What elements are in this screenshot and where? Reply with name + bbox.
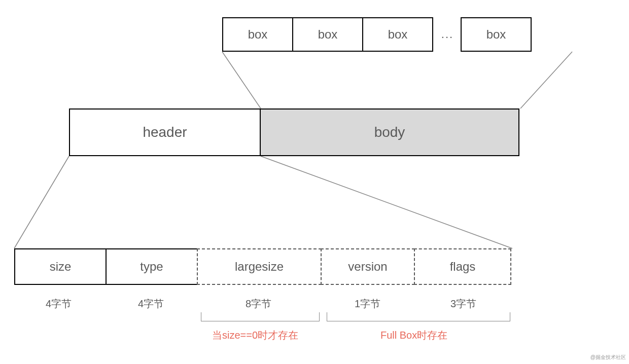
ellipsis: ... <box>433 17 462 52</box>
field-flags: flags <box>414 248 511 285</box>
note-largesize: 当size==0时才存在 <box>212 329 298 342</box>
svg-line-1 <box>520 52 572 108</box>
svg-line-3 <box>261 156 512 248</box>
box-structure-row: header body <box>69 108 519 156</box>
bytes-label-flags: 3字节 <box>450 297 476 311</box>
box-cell: box <box>222 17 293 52</box>
bytes-label-version: 1字节 <box>355 297 380 311</box>
watermark: @掘金技术社区 <box>590 354 626 361</box>
svg-line-2 <box>14 156 69 248</box>
note-fullbox: Full Box时存在 <box>380 329 447 342</box>
header-expansion-row: size type largesize version flags <box>14 248 511 285</box>
field-type: type <box>106 248 198 285</box>
box-cell: box <box>461 17 532 52</box>
box-cell: box <box>292 17 363 52</box>
body-cell: body <box>260 108 519 156</box>
svg-line-0 <box>222 52 261 108</box>
body-expansion-row: box box box ... box <box>222 17 532 52</box>
box-cell: box <box>362 17 433 52</box>
field-version: version <box>321 248 415 285</box>
bracket-fullbox <box>327 312 510 321</box>
connector-lines <box>0 0 629 364</box>
bytes-label-type: 4字节 <box>138 297 164 311</box>
field-size: size <box>14 248 107 285</box>
bytes-label-size: 4字节 <box>46 297 72 311</box>
field-largesize: largesize <box>197 248 322 285</box>
header-cell: header <box>69 108 261 156</box>
bracket-largesize <box>201 312 320 321</box>
bytes-label-largesize: 8字节 <box>246 297 271 311</box>
